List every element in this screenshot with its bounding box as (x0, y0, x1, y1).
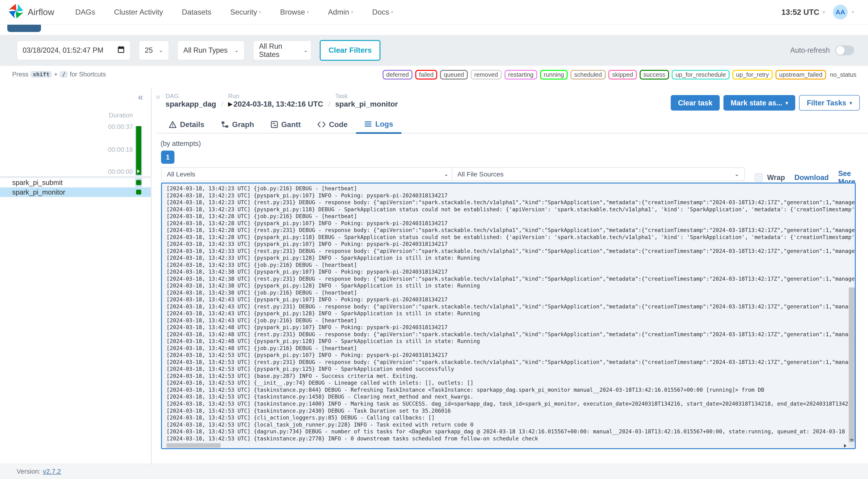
status-badge-success[interactable]: success (640, 70, 669, 79)
nav-item-security[interactable]: Security▾ (230, 8, 261, 17)
collapse-sidebar-icon[interactable]: « (138, 92, 143, 102)
mark-state-button[interactable]: Mark state as...▾ (723, 95, 795, 110)
status-badge-up-for-retry[interactable]: up_for_retry (733, 70, 773, 79)
breadcrumb: DAG sparkapp_dag / Run ▶ 2024-03-18, 13:… (165, 92, 398, 109)
tab-label: Graph (232, 120, 254, 129)
log-line: [2024-03-18, 13:42:23 UTC] {pyspark_pi.p… (166, 192, 855, 199)
chevron-down-icon: ▾ (307, 9, 309, 15)
brand-name: Airflow (28, 7, 54, 17)
nav-item-browse[interactable]: Browse▾ (280, 8, 309, 17)
status-badge-queued[interactable]: queued (440, 70, 468, 79)
vertical-scrollbar[interactable] (849, 184, 855, 443)
tab-code[interactable]: Code (309, 116, 356, 133)
log-line: [2024-03-18, 13:42:33 UTC] {pyspark_pi.p… (166, 241, 855, 248)
nav-item-datasets[interactable]: Datasets (182, 8, 211, 17)
run-link[interactable]: ▶ 2024-03-18, 13:42:16 UTC (228, 99, 323, 109)
user-menu[interactable]: AA ▾ (833, 5, 854, 20)
scrollbar-corner (849, 443, 855, 448)
status-badge-skipped[interactable]: skipped (608, 70, 637, 79)
calendar-icon[interactable] (118, 46, 124, 55)
slash-key-chip: / (60, 71, 68, 77)
status-badge-failed[interactable]: failed (415, 70, 437, 79)
nav-menu: DAGsCluster ActivityDatasetsSecurity▾Bro… (75, 8, 393, 17)
chevron-down-icon: ▾ (391, 9, 393, 15)
graph-icon (221, 121, 229, 128)
version-link[interactable]: v2.7.2 (43, 468, 61, 475)
log-line: [2024-03-18, 13:42:28 UTC] {job.py:216} … (166, 213, 855, 220)
log-line: [2024-03-18, 13:42:53 UTC] {base.py:287}… (166, 373, 855, 380)
task-row-spark-pi-submit[interactable]: spark_pi_submit (0, 178, 151, 188)
utc-clock[interactable]: 13:52 UTC ▾ (781, 8, 825, 17)
task-list: spark_pi_submitspark_pi_monitor (0, 178, 151, 197)
scroll-down-arrow-icon[interactable] (850, 439, 854, 442)
horizontal-scrollbar-thumb[interactable] (166, 443, 221, 448)
status-badge-upstream-failed[interactable]: upstream_failed (775, 70, 826, 79)
log-line: [2024-03-18, 13:42:48 UTC] {pyspark_pi.p… (166, 338, 855, 345)
tab-logs[interactable]: Logs (356, 116, 401, 134)
nav-item-docs[interactable]: Docs▾ (372, 8, 393, 17)
airflow-app: Airflow DAGsCluster ActivityDatasetsSecu… (0, 0, 868, 479)
status-badge-removed[interactable]: removed (471, 70, 502, 79)
task-link[interactable]: spark_pi_monitor (335, 99, 398, 109)
log-sources-select[interactable]: All File Sources ⌄ (452, 167, 745, 181)
status-badge-restarting[interactable]: restarting (504, 70, 537, 79)
page-size-value: 25 (145, 46, 153, 54)
task-state-square[interactable] (136, 180, 141, 185)
base-date-input[interactable]: 03/18/2024, 01:52:47 PM (17, 40, 131, 60)
log-line: [2024-03-18, 13:42:33 UTC] {job.py:216} … (166, 262, 855, 269)
shift-key-chip: shift (31, 71, 52, 77)
tab-details[interactable]: Details (160, 116, 213, 133)
log-line: [2024-03-18, 13:42:23 UTC] {job.py:216} … (166, 185, 855, 192)
log-line: [2024-03-18, 13:42:43 UTC] {pyspark_pi.p… (166, 310, 855, 317)
status-badge-deferred[interactable]: deferred (382, 70, 413, 79)
task-state-square[interactable] (136, 190, 141, 195)
chevron-down-icon: ▾ (259, 9, 261, 15)
chevron-down-icon: ▾ (351, 9, 353, 15)
task-row-spark-pi-monitor[interactable]: spark_pi_monitor (0, 188, 151, 197)
top-navbar: Airflow DAGsCluster ActivityDatasetsSecu… (0, 0, 868, 25)
airflow-brand[interactable]: Airflow (8, 3, 54, 22)
log-line: [2024-03-18, 13:42:53 UTC] {rest.py:231}… (166, 359, 855, 366)
log-line: [2024-03-18, 13:42:53 UTC] {taskinstance… (166, 393, 855, 401)
log-line: [2024-03-18, 13:42:53 UTC] {cli_action_l… (166, 414, 855, 421)
nav-item-cluster-activity[interactable]: Cluster Activity (114, 8, 163, 17)
run-states-value: All Run States (259, 42, 298, 59)
chevron-down-icon: ⌄ (304, 47, 308, 53)
chevron-down-icon: ⌄ (235, 47, 239, 53)
log-line: [2024-03-18, 13:42:53 UTC] {local_task_j… (166, 421, 855, 428)
status-badge-scheduled[interactable]: scheduled (570, 70, 606, 79)
log-levels-select[interactable]: All Levels ⌄ (161, 167, 454, 181)
page-size-select[interactable]: 25 ⌄ (139, 40, 169, 60)
avatar[interactable]: AA (833, 5, 848, 20)
status-badge-up-for-reschedule[interactable]: up_for_reschedule (672, 70, 730, 79)
run-states-select[interactable]: All Run States ⌄ (253, 40, 312, 60)
auto-refresh-toggle[interactable] (835, 45, 854, 55)
filter-tasks-button[interactable]: Filter Tasks▾ (799, 95, 860, 110)
chevron-down-icon: ⌄ (735, 171, 739, 178)
clear-filters-button[interactable]: Clear Filters (320, 40, 380, 61)
run-types-select[interactable]: All Run Types ⌄ (177, 40, 245, 60)
nav-item-admin[interactable]: Admin▾ (328, 8, 353, 17)
log-line: [2024-03-18, 13:42:53 UTC] {__init__.py:… (166, 380, 855, 387)
expand-panel-icon[interactable]: » (156, 92, 160, 101)
chevron-down-icon: ▾ (850, 100, 852, 106)
shortcuts-text: Press (12, 71, 29, 78)
task-actions: Clear task Mark state as...▾ Filter Task… (671, 95, 860, 110)
clear-task-button[interactable]: Clear task (671, 95, 719, 110)
download-log-link[interactable]: Download (794, 173, 829, 182)
dag-run-duration-bar[interactable] (136, 126, 141, 175)
wrap-checkbox[interactable] (754, 173, 763, 182)
sidebar-divider[interactable] (151, 89, 152, 468)
attempt-1-button[interactable]: 1 (161, 151, 174, 164)
tab-graph[interactable]: Graph (213, 116, 262, 133)
scroll-right-arrow-icon[interactable] (844, 444, 846, 448)
horizontal-scrollbar[interactable] (162, 443, 849, 448)
tab-gantt[interactable]: Gantt (262, 116, 309, 133)
dag-link[interactable]: sparkapp_dag (165, 99, 216, 109)
vertical-scrollbar-thumb[interactable] (849, 287, 855, 442)
nav-item-dags[interactable]: DAGs (75, 8, 95, 17)
dag-label: DAG (165, 92, 216, 100)
breadcrumb-separator: / (221, 100, 223, 109)
log-output-panel: [2024-03-18, 13:42:23 UTC] {job.py:216} … (161, 183, 856, 449)
status-badge-running[interactable]: running (540, 70, 568, 79)
